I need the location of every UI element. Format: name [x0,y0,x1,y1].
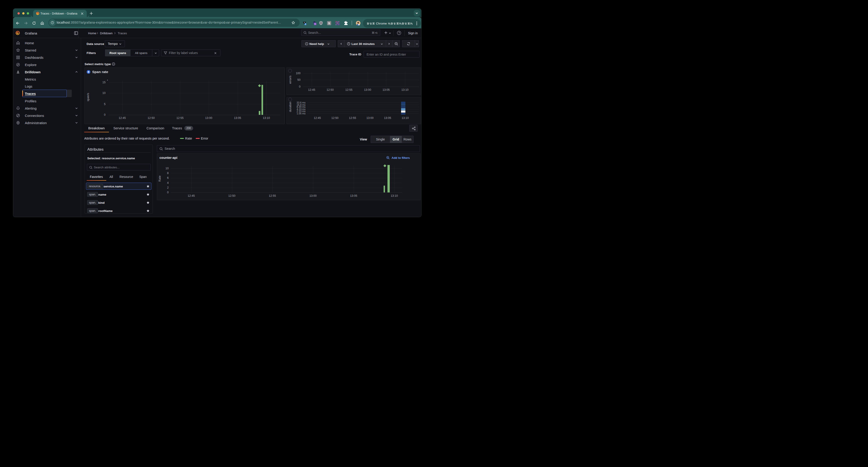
svg-text:11: 11 [314,23,316,25]
svg-text:S: S [328,22,330,25]
